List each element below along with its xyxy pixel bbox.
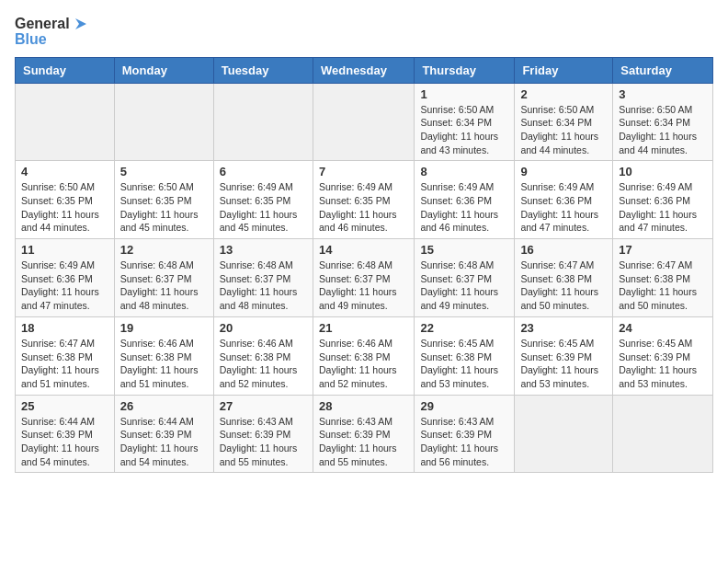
day-info: Sunrise: 6:46 AM Sunset: 6:38 PM Dayligh… <box>220 337 307 391</box>
day-info: Sunrise: 6:50 AM Sunset: 6:34 PM Dayligh… <box>520 103 607 157</box>
calendar-cell: 19Sunrise: 6:46 AM Sunset: 6:38 PM Dayli… <box>114 316 213 395</box>
day-info: Sunrise: 6:49 AM Sunset: 6:35 PM Dayligh… <box>319 180 408 235</box>
day-number: 9 <box>520 165 607 178</box>
day-info: Sunrise: 6:47 AM Sunset: 6:38 PM Dayligh… <box>619 259 707 313</box>
day-info: Sunrise: 6:45 AM Sunset: 6:39 PM Dayligh… <box>619 337 707 391</box>
page-header: General Blue <box>15 15 713 48</box>
calendar-cell: 21Sunrise: 6:46 AM Sunset: 6:38 PM Dayli… <box>313 316 414 395</box>
day-info: Sunrise: 6:50 AM Sunset: 6:34 PM Dayligh… <box>420 103 508 157</box>
day-number: 11 <box>21 243 108 257</box>
day-info: Sunrise: 6:50 AM Sunset: 6:35 PM Dayligh… <box>21 180 108 235</box>
day-number: 18 <box>21 321 108 335</box>
day-number: 15 <box>420 243 508 257</box>
day-info: Sunrise: 6:49 AM Sunset: 6:36 PM Dayligh… <box>520 180 607 235</box>
day-number: 19 <box>120 321 208 335</box>
day-number: 10 <box>619 165 707 178</box>
calendar-table: SundayMondayTuesdayWednesdayThursdayFrid… <box>15 57 713 474</box>
day-number: 21 <box>319 321 408 335</box>
logo: General Blue <box>15 15 90 48</box>
day-info: Sunrise: 6:49 AM Sunset: 6:36 PM Dayligh… <box>21 259 108 313</box>
day-number: 1 <box>420 87 508 101</box>
day-info: Sunrise: 6:48 AM Sunset: 6:37 PM Dayligh… <box>220 259 307 313</box>
day-info: Sunrise: 6:45 AM Sunset: 6:39 PM Dayligh… <box>520 337 607 391</box>
day-number: 20 <box>220 321 307 335</box>
day-number: 26 <box>120 399 208 413</box>
day-number: 22 <box>420 321 508 335</box>
calendar-cell: 8Sunrise: 6:49 AM Sunset: 6:36 PM Daylig… <box>415 161 515 239</box>
col-header-friday: Friday <box>515 57 613 83</box>
day-info: Sunrise: 6:49 AM Sunset: 6:36 PM Dayligh… <box>420 180 508 235</box>
calendar-cell: 26Sunrise: 6:44 AM Sunset: 6:39 PM Dayli… <box>114 395 213 473</box>
day-info: Sunrise: 6:44 AM Sunset: 6:39 PM Dayligh… <box>21 415 108 469</box>
day-info: Sunrise: 6:45 AM Sunset: 6:38 PM Dayligh… <box>420 337 508 391</box>
calendar-cell: 11Sunrise: 6:49 AM Sunset: 6:36 PM Dayli… <box>16 239 115 317</box>
day-number: 5 <box>120 165 208 178</box>
calendar-week-row: 1Sunrise: 6:50 AM Sunset: 6:34 PM Daylig… <box>16 83 713 161</box>
calendar-week-row: 4Sunrise: 6:50 AM Sunset: 6:35 PM Daylig… <box>16 161 713 239</box>
day-number: 7 <box>319 165 408 178</box>
day-info: Sunrise: 6:48 AM Sunset: 6:37 PM Dayligh… <box>420 259 508 313</box>
day-info: Sunrise: 6:43 AM Sunset: 6:39 PM Dayligh… <box>319 415 408 469</box>
calendar-cell <box>213 83 313 161</box>
calendar-cell: 17Sunrise: 6:47 AM Sunset: 6:38 PM Dayli… <box>613 239 713 317</box>
day-info: Sunrise: 6:44 AM Sunset: 6:39 PM Dayligh… <box>120 415 208 469</box>
calendar-cell: 5Sunrise: 6:50 AM Sunset: 6:35 PM Daylig… <box>114 161 213 239</box>
calendar-cell: 4Sunrise: 6:50 AM Sunset: 6:35 PM Daylig… <box>16 161 115 239</box>
calendar-cell: 18Sunrise: 6:47 AM Sunset: 6:38 PM Dayli… <box>16 316 115 395</box>
calendar-cell: 29Sunrise: 6:43 AM Sunset: 6:39 PM Dayli… <box>415 395 515 473</box>
calendar-cell: 23Sunrise: 6:45 AM Sunset: 6:39 PM Dayli… <box>515 316 613 395</box>
day-number: 23 <box>520 321 607 335</box>
day-info: Sunrise: 6:50 AM Sunset: 6:35 PM Dayligh… <box>120 180 208 235</box>
logo-chevron-icon <box>72 15 90 33</box>
calendar-cell <box>16 83 115 161</box>
day-number: 17 <box>619 243 707 257</box>
day-number: 28 <box>319 399 408 413</box>
svg-marker-0 <box>75 18 86 29</box>
day-number: 13 <box>220 243 307 257</box>
day-info: Sunrise: 6:47 AM Sunset: 6:38 PM Dayligh… <box>21 337 108 391</box>
day-number: 4 <box>21 165 108 178</box>
calendar-cell: 12Sunrise: 6:48 AM Sunset: 6:37 PM Dayli… <box>114 239 213 317</box>
day-number: 27 <box>220 399 307 413</box>
col-header-tuesday: Tuesday <box>213 57 313 83</box>
calendar-cell: 15Sunrise: 6:48 AM Sunset: 6:37 PM Dayli… <box>415 239 515 317</box>
day-number: 14 <box>319 243 408 257</box>
calendar-cell <box>114 83 213 161</box>
calendar-cell: 24Sunrise: 6:45 AM Sunset: 6:39 PM Dayli… <box>613 316 713 395</box>
calendar-cell: 20Sunrise: 6:46 AM Sunset: 6:38 PM Dayli… <box>213 316 313 395</box>
logo-text-general: General <box>15 16 70 32</box>
day-number: 29 <box>420 399 508 413</box>
logo-container: General Blue <box>15 15 90 48</box>
day-info: Sunrise: 6:49 AM Sunset: 6:36 PM Dayligh… <box>619 180 707 235</box>
day-number: 6 <box>220 165 307 178</box>
calendar-cell: 28Sunrise: 6:43 AM Sunset: 6:39 PM Dayli… <box>313 395 414 473</box>
day-info: Sunrise: 6:46 AM Sunset: 6:38 PM Dayligh… <box>120 337 208 391</box>
calendar-cell <box>515 395 613 473</box>
calendar-cell: 13Sunrise: 6:48 AM Sunset: 6:37 PM Dayli… <box>213 239 313 317</box>
logo-text-blue: Blue <box>15 31 90 48</box>
day-number: 3 <box>619 87 707 101</box>
calendar-cell: 25Sunrise: 6:44 AM Sunset: 6:39 PM Dayli… <box>16 395 115 473</box>
day-info: Sunrise: 6:46 AM Sunset: 6:38 PM Dayligh… <box>319 337 408 391</box>
calendar-cell <box>613 395 713 473</box>
calendar-week-row: 18Sunrise: 6:47 AM Sunset: 6:38 PM Dayli… <box>16 316 713 395</box>
calendar-cell: 16Sunrise: 6:47 AM Sunset: 6:38 PM Dayli… <box>515 239 613 317</box>
calendar-cell <box>313 83 414 161</box>
col-header-monday: Monday <box>114 57 213 83</box>
day-info: Sunrise: 6:43 AM Sunset: 6:39 PM Dayligh… <box>420 415 508 469</box>
day-number: 24 <box>619 321 707 335</box>
day-info: Sunrise: 6:50 AM Sunset: 6:34 PM Dayligh… <box>619 103 707 157</box>
col-header-wednesday: Wednesday <box>313 57 414 83</box>
col-header-thursday: Thursday <box>415 57 515 83</box>
day-number: 12 <box>120 243 208 257</box>
day-info: Sunrise: 6:43 AM Sunset: 6:39 PM Dayligh… <box>220 415 307 469</box>
col-header-sunday: Sunday <box>16 57 115 83</box>
calendar-week-row: 25Sunrise: 6:44 AM Sunset: 6:39 PM Dayli… <box>16 395 713 473</box>
day-number: 16 <box>520 243 607 257</box>
day-info: Sunrise: 6:49 AM Sunset: 6:35 PM Dayligh… <box>220 180 307 235</box>
calendar-cell: 10Sunrise: 6:49 AM Sunset: 6:36 PM Dayli… <box>613 161 713 239</box>
calendar-cell: 3Sunrise: 6:50 AM Sunset: 6:34 PM Daylig… <box>613 83 713 161</box>
calendar-cell: 6Sunrise: 6:49 AM Sunset: 6:35 PM Daylig… <box>213 161 313 239</box>
calendar-cell: 22Sunrise: 6:45 AM Sunset: 6:38 PM Dayli… <box>415 316 515 395</box>
day-number: 2 <box>520 87 607 101</box>
